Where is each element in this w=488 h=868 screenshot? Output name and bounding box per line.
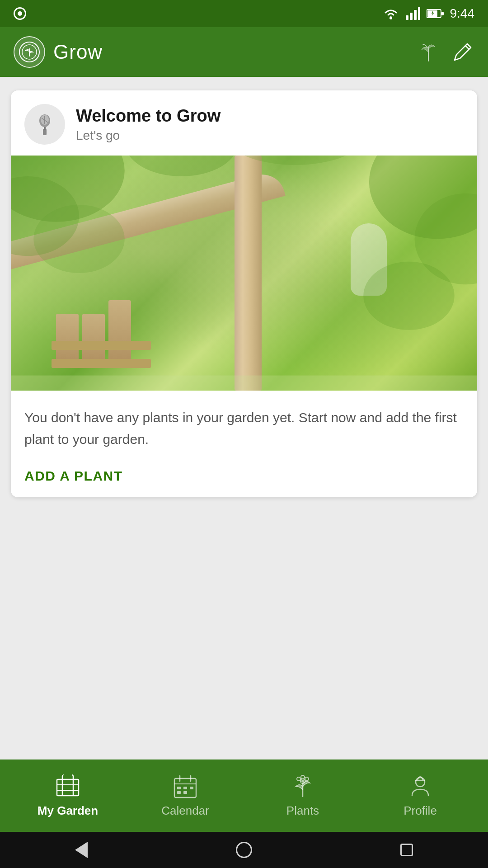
- signal-icon: [406, 7, 420, 20]
- main-content: Welcome to Grow Let's go: [0, 77, 488, 818]
- svg-point-43: [305, 777, 309, 781]
- app-name: Grow: [53, 41, 103, 63]
- card-titles: Welcome to Grow Let's go: [76, 106, 221, 143]
- garden-icon: [55, 774, 80, 799]
- welcome-card: Welcome to Grow Let's go: [11, 90, 477, 497]
- svg-point-45: [301, 780, 304, 783]
- logo-circle: [14, 36, 45, 68]
- nav-label-calendar: Calendar: [161, 804, 209, 818]
- app-header: Grow: [0, 27, 488, 77]
- header-icons: [415, 38, 474, 66]
- plant-decoration-icon: [415, 38, 442, 66]
- svg-rect-25: [57, 779, 79, 796]
- card-header: Welcome to Grow Let's go: [11, 90, 477, 156]
- svg-rect-10: [43, 129, 47, 135]
- nav-item-plants[interactable]: Plants: [244, 767, 361, 825]
- back-button[interactable]: [70, 839, 93, 861]
- garden-shovel-icon: [33, 113, 56, 136]
- card-body: You don't have any plants in your garden…: [11, 391, 477, 497]
- battery-icon: [427, 9, 444, 19]
- card-title: Welcome to Grow: [76, 106, 221, 127]
- empty-state-text: You don't have any plants in your garden…: [24, 407, 464, 450]
- calendar-icon: [173, 774, 198, 799]
- edit-icon[interactable]: [451, 40, 474, 64]
- system-nav: [0, 832, 488, 868]
- svg-rect-4: [418, 7, 420, 20]
- svg-point-42: [301, 775, 305, 779]
- svg-rect-36: [177, 787, 181, 789]
- status-bar: 9:44: [0, 0, 488, 27]
- nav-label-profile: Profile: [404, 804, 437, 818]
- profile-icon: [408, 774, 433, 799]
- svg-rect-38: [190, 787, 193, 789]
- nav-label-my-garden: My Garden: [38, 804, 98, 818]
- card-subtitle: Let's go: [76, 128, 221, 143]
- svg-rect-3: [414, 10, 417, 20]
- nav-item-calendar[interactable]: Calendar: [127, 767, 244, 825]
- svg-rect-7: [441, 12, 444, 15]
- recents-button[interactable]: [395, 839, 418, 861]
- home-button[interactable]: [233, 839, 255, 861]
- status-indicator: [14, 7, 26, 20]
- nav-label-plants: Plants: [286, 804, 319, 818]
- logo-area: Grow: [14, 36, 103, 68]
- svg-point-0: [389, 17, 392, 19]
- svg-rect-2: [410, 13, 413, 20]
- svg-rect-37: [183, 787, 187, 789]
- status-time: 9:44: [450, 6, 475, 21]
- status-right: 9:44: [382, 6, 475, 21]
- garden-image: [11, 156, 477, 391]
- add-plant-button[interactable]: ADD A PLANT: [24, 468, 123, 484]
- plants-icon: [290, 774, 315, 799]
- status-left: [14, 7, 26, 20]
- svg-rect-39: [177, 791, 181, 794]
- svg-point-44: [297, 777, 300, 781]
- wifi-icon: [382, 7, 399, 20]
- plant-logo-icon: [19, 42, 40, 62]
- nav-item-my-garden[interactable]: My Garden: [9, 767, 127, 825]
- bottom-nav: My Garden Calendar: [0, 760, 488, 832]
- svg-rect-1: [406, 15, 408, 20]
- svg-rect-40: [183, 791, 187, 794]
- nav-item-profile[interactable]: Profile: [361, 767, 479, 825]
- svg-point-46: [416, 778, 425, 787]
- garden-avatar: [24, 104, 65, 145]
